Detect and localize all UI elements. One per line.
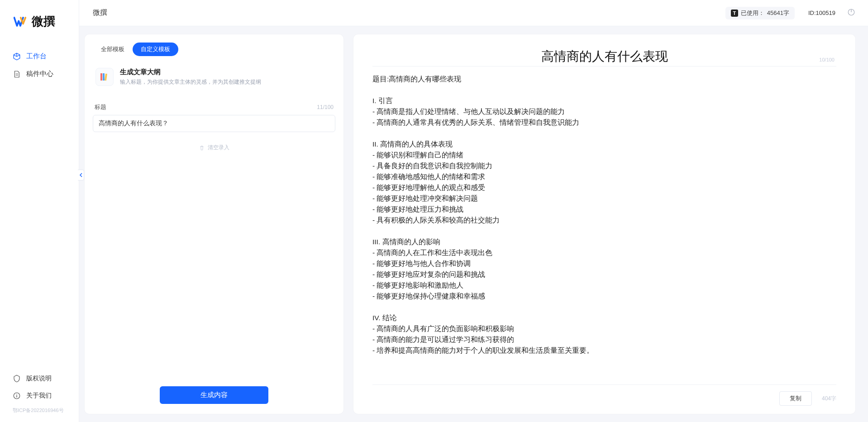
title-divider [372, 66, 836, 66]
nav-label: 工作台 [26, 52, 47, 61]
svg-rect-6 [103, 73, 105, 81]
sidebar-bottom: 版权说明 关于我们 鄂ICP备2022016946号 [0, 370, 79, 422]
sidebar-collapse-handle[interactable] [78, 170, 84, 180]
brand-name: 微撰 [32, 14, 55, 29]
selected-template-card: 生成文章大纲 输入标题，为你提供文章主体的灵感，并为其创建推文提纲 [93, 64, 335, 94]
document-icon [13, 70, 21, 78]
books-icon [95, 68, 114, 86]
nav-item-about[interactable]: 关于我们 [0, 387, 79, 404]
usage-badge[interactable]: T 已使用： 45641字 [725, 7, 795, 19]
text-badge-icon: T [731, 9, 738, 17]
nav-label: 关于我们 [26, 392, 52, 400]
output-panel: 高情商的人有什么表现 10/100 题目:高情商的人有哪些表现 I. 引言 - … [353, 34, 855, 414]
main-area: 微撰 T 已使用： 45641字 ID:100519 全部模板 自定义模板 [79, 0, 868, 422]
page-title: 微撰 [87, 8, 107, 18]
cube-icon [13, 52, 21, 61]
power-icon [847, 8, 855, 16]
usage-value: 45641字 [767, 9, 789, 17]
document-body[interactable]: 题目:高情商的人有哪些表现 I. 引言 - 高情商是指人们处理情绪、与他人互动以… [372, 74, 836, 381]
main-nav: 工作台 稿件中心 [0, 47, 79, 83]
info-icon [13, 392, 21, 400]
icp-text: 鄂ICP备2022016946号 [0, 404, 79, 417]
clear-label: 清空录入 [208, 144, 229, 152]
user-id: ID:100519 [808, 9, 835, 16]
tab-custom-templates[interactable]: 自定义模板 [133, 43, 178, 56]
app-root: 微撰 工作台 稿件中心 版权说明 关于我们 鄂ICP备2022016946号 [0, 0, 868, 422]
tab-all-templates[interactable]: 全部模板 [93, 43, 133, 56]
template-panel: 全部模板 自定义模板 生成文章大纲 输入标题，为你提供文章主体的灵感，并为其创建… [85, 34, 343, 414]
title-input[interactable] [93, 115, 335, 132]
nav-label: 稿件中心 [26, 70, 53, 78]
workspace: 全部模板 自定义模板 生成文章大纲 输入标题，为你提供文章主体的灵感，并为其创建… [79, 26, 868, 422]
power-button[interactable] [847, 8, 855, 18]
nav-item-workbench[interactable]: 工作台 [0, 47, 79, 65]
title-counter: 11/100 [317, 104, 334, 110]
word-count: 404字 [822, 395, 836, 403]
nav-label: 版权说明 [26, 375, 52, 383]
sidebar: 微撰 工作台 稿件中心 版权说明 关于我们 鄂ICP备2022016946号 [0, 0, 79, 422]
svg-point-2 [16, 394, 17, 395]
copy-button[interactable]: 复制 [779, 391, 812, 406]
nav-item-copyright[interactable]: 版权说明 [0, 370, 79, 387]
document-footer: 复制 404字 [372, 384, 836, 406]
usage-prefix: 已使用： [741, 9, 764, 17]
logo-mark-icon [14, 15, 27, 28]
document-title-counter: 10/100 [372, 57, 836, 62]
title-field-header: 标题 11/100 [95, 103, 334, 111]
svg-rect-7 [105, 74, 107, 81]
chevron-left-icon [79, 173, 83, 177]
template-desc: 输入标题，为你提供文章主体的灵感，并为其创建推文提纲 [120, 78, 261, 86]
trash-icon [199, 145, 205, 151]
brand-logo[interactable]: 微撰 [0, 0, 79, 47]
generate-button[interactable]: 生成内容 [160, 386, 268, 404]
topbar: 微撰 T 已使用： 45641字 ID:100519 [79, 0, 868, 26]
svg-rect-5 [100, 73, 102, 81]
template-tabs: 全部模板 自定义模板 [93, 43, 335, 56]
shield-icon [13, 375, 21, 383]
clear-input-button[interactable]: 清空录入 [93, 144, 335, 152]
nav-item-drafts[interactable]: 稿件中心 [0, 65, 79, 83]
title-label: 标题 [95, 103, 106, 111]
template-title: 生成文章大纲 [120, 68, 261, 76]
